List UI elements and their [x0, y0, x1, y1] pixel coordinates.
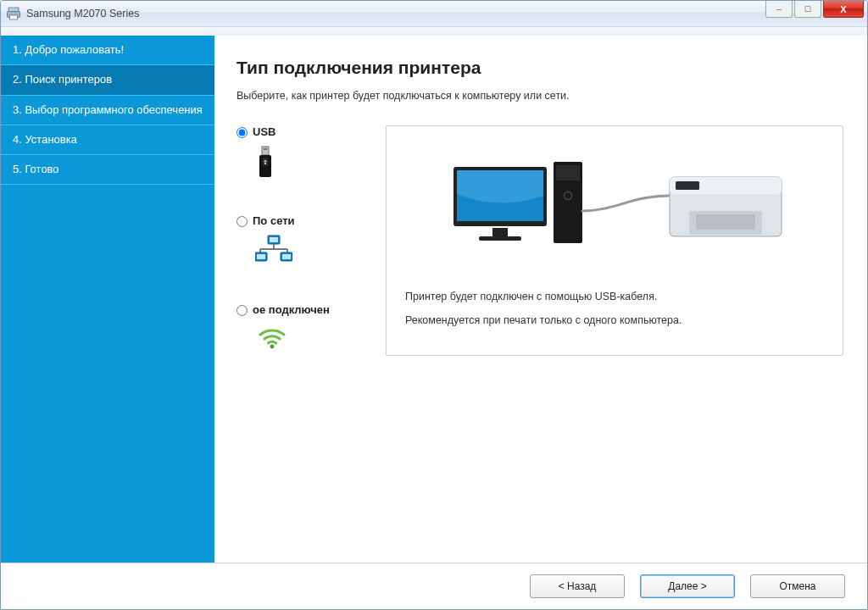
preview-line2: Рекомендуется при печати только с одного…: [405, 314, 824, 326]
printer-app-icon: [6, 6, 21, 21]
maximize-button[interactable]: ☐: [794, 1, 821, 18]
svg-rect-10: [270, 237, 278, 242]
step-install[interactable]: 4. Установка: [1, 125, 214, 155]
installer-window: Samsung M2070 Series ─ ☐ X 1. Добро пожа…: [0, 0, 868, 610]
svg-rect-16: [257, 254, 265, 259]
steps-sidebar: 1. Добро пожаловать! 2. Поиск принтеров …: [1, 36, 214, 564]
step-welcome[interactable]: 1. Добро пожаловать!: [1, 36, 214, 65]
svg-rect-2: [10, 15, 18, 19]
svg-rect-18: [282, 254, 291, 259]
connection-preview: Принтер будет подключен с помощью USB-ка…: [386, 125, 843, 356]
next-button[interactable]: Далее >: [640, 574, 735, 598]
option-usb-label: USB: [253, 125, 275, 138]
usb-stick-icon: [255, 145, 381, 172]
minimize-button[interactable]: ─: [765, 1, 793, 18]
svg-rect-31: [696, 214, 755, 230]
content-area: 1. Добро пожаловать! 2. Поиск принтеров …: [1, 36, 867, 564]
window-title: Samsung M2070 Series: [26, 8, 139, 19]
option-network-label: По сети: [253, 214, 295, 227]
network-icon: [255, 234, 381, 261]
svg-rect-29: [676, 181, 699, 190]
main-panel: Тип подключения принтера Выберите, как п…: [214, 36, 867, 564]
option-wireless[interactable]: ое подключен: [236, 303, 381, 350]
wifi-icon: [255, 323, 381, 350]
svg-point-19: [270, 345, 275, 349]
radio-wireless[interactable]: [236, 305, 248, 316]
preview-line1: Принтер будет подключен с помощью USB-ка…: [405, 291, 824, 302]
titlebar: Samsung M2070 Series ─ ☐ X: [1, 1, 867, 27]
svg-rect-5: [265, 148, 267, 150]
option-wireless-label: ое подключен: [253, 303, 330, 316]
svg-rect-25: [556, 165, 580, 180]
svg-point-8: [264, 163, 266, 164]
connection-options: USB: [236, 125, 381, 356]
step-select-software[interactable]: 3. Выбор программного обеспечения: [1, 96, 214, 125]
step-search-printers[interactable]: 2. Поиск принтеров: [1, 65, 214, 95]
svg-rect-22: [492, 228, 508, 236]
page-heading: Тип подключения принтера: [236, 58, 843, 78]
back-button[interactable]: < Назад: [530, 574, 625, 598]
svg-rect-4: [264, 148, 265, 150]
step-done[interactable]: 5. Готово: [1, 155, 214, 185]
option-usb[interactable]: USB: [236, 125, 381, 172]
window-controls: ─ ☐ X: [765, 1, 867, 26]
chrome-strip: [1, 27, 867, 36]
usb-diagram-icon: [405, 143, 824, 270]
page-subtitle: Выберите, как принтер будет подключаться…: [236, 90, 843, 102]
option-network[interactable]: По сети: [236, 214, 381, 261]
options-area: USB: [236, 125, 843, 356]
radio-usb[interactable]: [236, 127, 248, 138]
svg-rect-3: [262, 147, 269, 155]
radio-network[interactable]: [236, 216, 248, 227]
button-bar: < Назад Далее > Отмена: [1, 563, 867, 609]
cancel-button[interactable]: Отмена: [750, 574, 845, 598]
svg-rect-23: [479, 236, 521, 241]
close-button[interactable]: X: [823, 1, 864, 18]
